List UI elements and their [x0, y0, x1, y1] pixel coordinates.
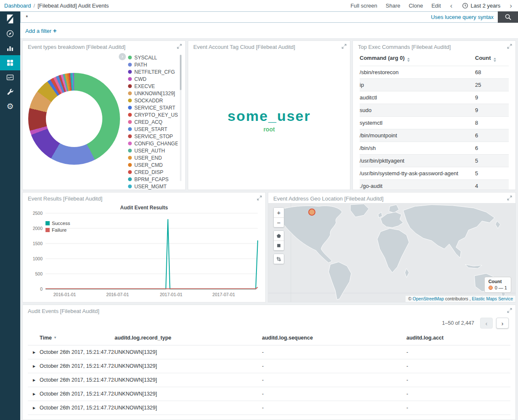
time-forward-icon[interactable]: › — [509, 2, 513, 9]
expand-row-icon[interactable]: ▶ — [28, 373, 40, 387]
legend-item[interactable]: USER_END — [128, 154, 178, 161]
legend-item[interactable]: SERVICE_STOP — [128, 133, 178, 140]
time-picker[interactable]: Last 2 years — [462, 3, 501, 9]
openstreetmap-link[interactable]: OpenStreetMap — [413, 296, 444, 301]
world-map — [268, 203, 515, 302]
column-header-time[interactable]: Time▼ — [40, 332, 115, 345]
expand-panel-icon[interactable] — [177, 44, 182, 50]
column-header-acct[interactable]: auditd.log.acct — [406, 332, 510, 345]
legend-item[interactable]: NETFILTER_CFG — [128, 68, 178, 75]
lucene-syntax-link[interactable]: Uses lucene query syntax — [431, 14, 494, 20]
sidebar-item-visualize[interactable] — [0, 41, 20, 55]
expand-panel-icon[interactable] — [257, 195, 262, 202]
legend-swatch — [128, 70, 132, 74]
share-button[interactable]: Share — [386, 3, 401, 9]
tag-cloud-word[interactable]: root — [263, 126, 275, 133]
legend-toggle-icon[interactable]: › — [119, 53, 126, 60]
full-screen-button[interactable]: Full screen — [350, 3, 377, 9]
legend-item[interactable]: SYSCALL — [128, 54, 178, 61]
geo-marker[interactable] — [308, 209, 315, 216]
expand-panel-icon[interactable] — [507, 195, 512, 202]
map-canvas[interactable]: + − — [268, 203, 515, 302]
map-attribution: © OpenStreetMap contributors , Elastic M… — [406, 296, 515, 302]
sidebar-item-dev-tools[interactable] — [0, 85, 20, 99]
prev-page-button[interactable]: ‹ — [480, 318, 493, 329]
legend-item[interactable]: CRED_ACQ — [128, 118, 178, 126]
expand-row-icon[interactable]: ▶ — [28, 345, 40, 359]
column-header-record-type[interactable]: auditd.log.record_type — [115, 332, 262, 345]
table-row: systemctl8 — [360, 117, 509, 129]
legend-swatch — [128, 113, 132, 117]
svg-text:1500: 1500 — [33, 241, 43, 246]
kibana-logo[interactable] — [0, 11, 20, 27]
visualize-bars-icon — [6, 44, 14, 52]
legend-item[interactable]: USER_CMD — [128, 161, 178, 169]
elastic-maps-service-link[interactable]: Elastic Maps Service — [472, 296, 513, 301]
legend-swatch — [128, 120, 132, 124]
legend-item[interactable]: CONFIG_CHANGE — [128, 140, 178, 147]
expand-panel-icon[interactable] — [342, 44, 347, 50]
chart-legend-item[interactable]: Failure — [45, 227, 70, 233]
sidebar-item-timelion[interactable] — [0, 70, 20, 85]
legend-swatch — [128, 91, 132, 95]
legend-item[interactable]: BPRM_FCAPS — [128, 176, 178, 183]
legend-item[interactable]: CWD — [128, 75, 178, 83]
legend-swatch — [128, 63, 132, 67]
panel-title: Top Exec Commands [Filebeat Auditd] — [358, 44, 451, 50]
sidebar-item-management[interactable]: ⚙ — [0, 99, 20, 113]
legend-item[interactable]: CRYPTO_KEY_USER — [128, 111, 178, 118]
expand-panel-icon[interactable] — [507, 44, 512, 50]
command-cell: /usr/bin/systemd-tty-ask-password-agent — [360, 167, 475, 180]
count-cell: 6 — [475, 129, 509, 142]
next-page-button[interactable]: › — [496, 318, 509, 329]
donut-chart[interactable] — [28, 73, 120, 165]
draw-rectangle-button[interactable] — [274, 241, 284, 250]
edit-button[interactable]: Edit — [431, 3, 441, 9]
count-cell: 9 — [475, 91, 509, 104]
legend-item[interactable]: SOCKADDR — [128, 97, 178, 104]
legend-item[interactable]: UNKNOWN[1329] — [128, 90, 178, 97]
legend-item[interactable]: EXECVE — [128, 83, 178, 90]
legend-item[interactable]: PATH — [128, 61, 178, 68]
count-cell: 8 — [475, 117, 509, 129]
panel-title: Event Account Tag Cloud [Filebeat Auditd… — [193, 44, 295, 50]
legend-item[interactable]: USER_AUTH — [128, 147, 178, 154]
legend-swatch — [128, 99, 132, 102]
legend-swatch — [128, 106, 132, 110]
table-row: sudo9 — [360, 104, 509, 117]
line-chart-area: Audit Event Results SuccessFailure 05001… — [23, 203, 265, 302]
count-cell: 9 — [475, 104, 509, 117]
fit-bounds-button[interactable] — [274, 254, 284, 264]
tag-cloud-word[interactable]: some_user — [227, 108, 311, 124]
column-header-count[interactable]: Count — [475, 52, 509, 66]
svg-text:2016-01-01: 2016-01-01 — [53, 292, 76, 297]
column-header-sequence[interactable]: auditd.log.sequence — [262, 332, 406, 345]
expand-row-icon[interactable]: ▶ — [28, 359, 40, 373]
legend-item[interactable]: USER_START — [128, 126, 178, 133]
expand-panel-icon[interactable] — [507, 308, 512, 314]
legend-scrollbar[interactable] — [180, 55, 182, 181]
add-filter-link[interactable]: Add a filter + — [25, 27, 57, 34]
command-cell: /sbin/restorecon — [360, 66, 475, 79]
chart-legend-item[interactable]: Success — [45, 220, 70, 227]
zoom-out-button[interactable]: − — [274, 217, 284, 227]
legend-item[interactable]: USER_MGMT — [128, 183, 178, 190]
legend-item[interactable]: CRED_DISP — [128, 169, 178, 176]
draw-polygon-button[interactable] — [274, 231, 284, 241]
clone-button[interactable]: Clone — [409, 3, 423, 9]
search-input[interactable] — [25, 13, 427, 21]
time-back-icon[interactable]: ‹ — [449, 2, 454, 9]
expand-row-icon[interactable]: ▶ — [28, 415, 40, 420]
search-button[interactable] — [498, 11, 518, 23]
svg-text:500: 500 — [35, 271, 43, 276]
sidebar-item-discover[interactable] — [0, 27, 20, 41]
expand-row-icon[interactable]: ▶ — [28, 387, 40, 401]
breadcrumb-dashboard-link[interactable]: Dashboard — [4, 3, 31, 9]
breadcrumb-separator: / — [34, 3, 35, 9]
expand-row-icon[interactable]: ▶ — [28, 401, 40, 415]
sidebar-item-dashboard[interactable] — [0, 55, 20, 70]
zoom-in-button[interactable]: + — [274, 208, 284, 217]
legend-item[interactable]: SERVICE_START — [128, 104, 178, 111]
column-header-command[interactable]: Command (arg 0) — [360, 52, 475, 66]
tag-cloud: some_userroot — [188, 51, 350, 190]
